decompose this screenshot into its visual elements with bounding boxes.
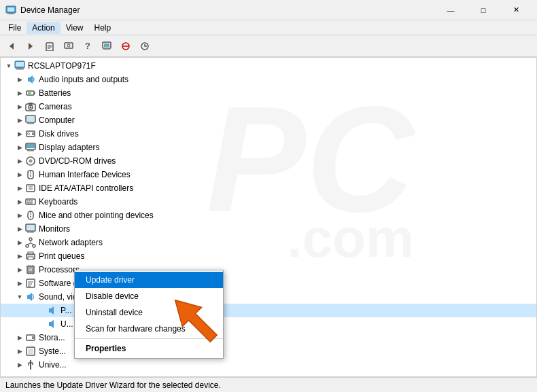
ctx-update-driver[interactable]: Update driver xyxy=(75,272,223,288)
network-label: Network adapters xyxy=(39,238,103,247)
tree-root[interactable]: ▼ RCSLAPTOP971F xyxy=(1,59,536,73)
svg-rect-53 xyxy=(29,200,31,202)
menu-help[interactable]: Help xyxy=(89,22,117,34)
keyboards-label: Keyboards xyxy=(39,197,77,207)
ctx-scan-hardware[interactable]: Scan for hardware changes xyxy=(75,321,223,337)
svg-rect-52 xyxy=(27,200,29,202)
svg-rect-88 xyxy=(32,336,34,339)
menu-view[interactable]: View xyxy=(60,22,89,34)
expand-disk[interactable]: ▶ xyxy=(14,128,25,139)
expand-keyboards[interactable]: ▶ xyxy=(14,196,25,207)
ctx-uninstall-device[interactable]: Uninstall device xyxy=(75,304,223,321)
tree-item-computer[interactable]: ▶ Computer xyxy=(1,113,536,127)
storage-label: Stora... xyxy=(39,333,65,342)
scan-button[interactable] xyxy=(136,37,154,55)
status-bar: Launches the Update Driver Wizard for th… xyxy=(0,377,537,392)
svg-rect-30 xyxy=(29,103,33,105)
minimize-button[interactable]: — xyxy=(435,0,466,20)
expand-storage[interactable]: ▶ xyxy=(14,332,25,343)
svg-rect-40 xyxy=(29,149,33,150)
svg-rect-54 xyxy=(31,200,33,202)
tree-item-monitors[interactable]: ▶ Monitors xyxy=(1,222,536,236)
tree-item-keyboards[interactable]: ▶ Keyboards xyxy=(1,195,536,209)
network-icon xyxy=(25,237,36,248)
expand-network[interactable]: ▶ xyxy=(14,237,25,248)
tree-item-usb[interactable]: ▶ Unive... xyxy=(1,358,536,372)
properties-button[interactable] xyxy=(41,37,58,55)
expand-processors[interactable]: ▶ xyxy=(14,264,25,275)
menu-action[interactable]: Action xyxy=(27,22,60,34)
tree-item-batteries[interactable]: ▶ Batteries xyxy=(1,86,536,100)
tree-item-network[interactable]: ▶ Network adapters xyxy=(1,236,536,249)
mice-icon xyxy=(25,210,36,221)
svg-point-11 xyxy=(67,44,70,47)
close-button[interactable]: ✕ xyxy=(500,0,532,20)
expand-batteries[interactable]: ▶ xyxy=(14,88,25,99)
svg-point-63 xyxy=(29,238,32,240)
svg-marker-86 xyxy=(49,320,54,328)
svg-rect-13 xyxy=(104,43,109,47)
tree-item-display[interactable]: ▶ Display adapters xyxy=(1,141,536,154)
svg-rect-1 xyxy=(7,7,14,12)
svg-rect-2 xyxy=(9,13,13,14)
cameras-icon xyxy=(25,101,36,112)
expand-dvd[interactable]: ▶ xyxy=(14,156,25,166)
print-label: Print queues xyxy=(39,251,84,261)
expand-hid[interactable]: ▶ xyxy=(14,169,25,180)
expand-ide[interactable]: ▶ xyxy=(14,183,25,194)
svg-rect-26 xyxy=(28,92,31,94)
expand-cameras[interactable]: ▶ xyxy=(14,101,25,112)
tree-item-hid[interactable]: ▶ Human Interface Devices xyxy=(1,168,536,181)
expand-root[interactable]: ▼ xyxy=(3,60,14,71)
expand-display[interactable]: ▶ xyxy=(14,142,25,153)
svg-marker-5 xyxy=(29,43,33,50)
disable-button[interactable] xyxy=(117,37,135,55)
tree-item-dvd[interactable]: ▶ DVD/CD-ROM drives xyxy=(1,154,536,168)
tree-item-cameras[interactable]: ▶ Cameras xyxy=(1,100,536,113)
expand-sound-child1 xyxy=(36,305,47,316)
expand-system[interactable]: ▶ xyxy=(14,346,25,357)
svg-point-64 xyxy=(26,245,29,247)
dvd-label: DVD/CD-ROM drives xyxy=(39,156,116,166)
tree-item-disk[interactable]: ▶ Disk drives xyxy=(1,127,536,141)
tree-item-ide[interactable]: ▶ IDE ATA/ATAPI controllers xyxy=(1,181,536,195)
menu-file[interactable]: File xyxy=(3,22,27,34)
tree-item-audio[interactable]: ▶ Audio inputs and outputs xyxy=(1,73,536,86)
ctx-properties[interactable]: Properties xyxy=(75,340,223,357)
usb-label: Unive... xyxy=(39,360,67,370)
window-controls: — □ ✕ xyxy=(435,0,532,20)
expand-monitors[interactable]: ▶ xyxy=(14,224,25,234)
expand-print[interactable]: ▶ xyxy=(14,251,25,262)
expand-sound[interactable]: ▼ xyxy=(14,291,25,302)
update-driver-button[interactable] xyxy=(60,37,77,55)
svg-point-37 xyxy=(28,133,30,135)
software-icon xyxy=(25,278,36,289)
svg-marker-4 xyxy=(10,43,14,50)
forward-button[interactable] xyxy=(22,37,39,55)
expand-audio[interactable]: ▶ xyxy=(14,74,25,85)
expand-software[interactable]: ▶ xyxy=(14,278,25,289)
expand-computer[interactable]: ▶ xyxy=(14,115,25,126)
svg-rect-73 xyxy=(29,268,33,272)
tree-item-print[interactable]: ▶ Print queues xyxy=(1,249,536,263)
ctx-disable-device[interactable]: Disable device xyxy=(75,288,223,304)
computer-button[interactable] xyxy=(98,37,116,55)
svg-rect-3 xyxy=(7,14,14,14)
maximize-button[interactable]: □ xyxy=(468,0,499,20)
cameras-label: Cameras xyxy=(39,102,72,111)
main-area: PC .com ▼ RCSLAPTOP971F ▶ xyxy=(0,57,537,377)
svg-rect-48 xyxy=(27,185,35,192)
svg-rect-51 xyxy=(26,199,35,204)
tree-item-mice[interactable]: ▶ Mice and other pointing devices xyxy=(1,209,536,222)
expand-sound-child2 xyxy=(36,319,47,329)
help-button[interactable]: ? xyxy=(79,37,97,55)
context-menu: Update driver Disable device Uninstall d… xyxy=(74,270,224,359)
processors-icon xyxy=(25,264,36,275)
expand-mice[interactable]: ▶ xyxy=(14,210,25,221)
back-button[interactable] xyxy=(3,37,20,55)
audio-label: Audio inputs and outputs xyxy=(39,75,128,84)
expand-usb[interactable]: ▶ xyxy=(14,359,25,370)
dvd-icon xyxy=(25,156,36,166)
svg-point-44 xyxy=(30,160,31,162)
svg-rect-33 xyxy=(29,122,33,123)
